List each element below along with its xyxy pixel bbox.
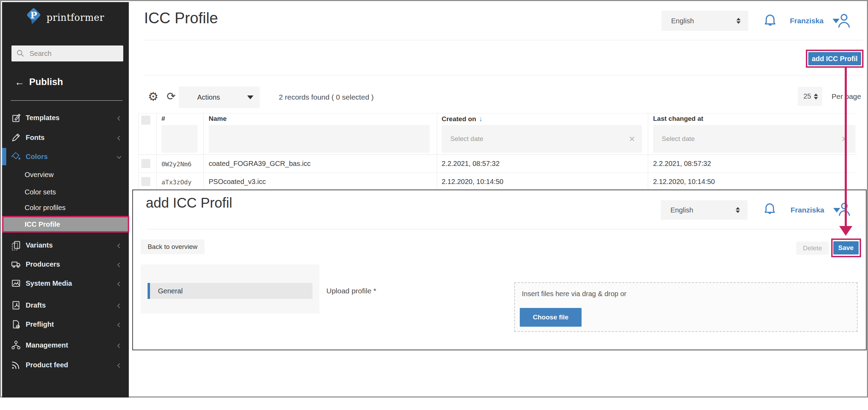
search-input[interactable] [29,49,117,58]
color-sets-label: Color sets [25,188,56,196]
column-header-changed[interactable]: Last changed at [653,115,703,123]
actions-dropdown[interactable]: Actions [179,86,260,108]
upload-profile-label: Upload profile * [326,286,376,296]
variants-icon [11,240,21,250]
row-checkbox[interactable] [141,159,150,168]
product-feed-label: Product feed [26,361,68,369]
per-page-select[interactable]: 25 [798,87,822,106]
row-divider [138,173,857,173]
name-filter-input[interactable] [209,125,430,153]
sidebar-item-color-profiles[interactable]: Color profiles [25,202,66,214]
tab-general[interactable]: General [148,283,312,299]
chevron-left-icon [116,342,122,350]
add-icc-profil-dialog: add ICC Profil English Franziska Back to… [132,190,867,350]
sidebar-item-color-sets[interactable]: Color sets [25,186,56,198]
cell-changed: 2.12.2020, 10:14:50 [653,178,715,186]
fonts-icon [11,132,21,143]
user-menu[interactable]: Franziska [791,204,840,216]
producers-label: Producers [26,260,60,268]
table-border [138,113,139,190]
column-divider [156,113,157,190]
refresh-icon[interactable]: ⟳ [167,91,176,102]
notifications-bell-icon[interactable] [762,201,777,218]
file-dropzone[interactable]: Insert files here via drag & drop or Cho… [514,282,858,332]
header-divider [144,40,862,40]
language-value: English [670,206,693,214]
printformer-logo-icon: P [24,7,42,28]
choose-file-button[interactable]: Choose file [520,308,582,327]
publish-label: Publish [29,77,63,87]
cell-name: PSOcoated_v3.icc [209,178,266,186]
cell-changed: 2.2.2021, 08:57:32 [653,160,711,168]
user-name: Franziska [790,17,824,25]
dialog-divider [146,229,855,229]
sidebar-item-preflight[interactable]: Preflight [2,317,129,332]
drafts-label: Drafts [26,301,46,309]
user-avatar-icon[interactable] [836,200,852,218]
chevron-left-icon [116,115,122,123]
preflight-label: Preflight [26,320,54,328]
sort-desc-icon[interactable]: ↓ [479,115,482,123]
column-header-id[interactable]: # [161,115,165,123]
svg-text:P: P [30,10,37,20]
sidebar-item-variants[interactable]: Variants [2,237,129,253]
changed-date-filter[interactable] [653,125,856,153]
cell-created: 2.12.2020, 10:14:50 [442,178,503,186]
brand-logo[interactable]: P printformer [24,7,104,28]
sidebar-search [11,45,123,61]
sidebar-item-system-media[interactable]: System Media [2,276,129,291]
icc-profile-label: ICC Profile [25,220,60,228]
chevron-left-icon [116,362,122,370]
sidebar-item-drafts[interactable]: Drafts [2,298,129,313]
cell-created: 2.2.2021, 08:57:32 [442,160,500,168]
row-checkbox[interactable] [141,177,150,186]
delete-button[interactable]: Delete [796,242,829,255]
brand-name: printformer [47,12,104,23]
sidebar-item-overview[interactable]: Overview [25,169,53,181]
chevron-left-icon [116,261,122,269]
column-header-name[interactable]: Name [209,115,227,123]
chevron-left-icon [116,242,122,250]
sidebar-item-icc-profile[interactable]: ICC Profile [2,216,129,233]
annotation-arrow-head [839,226,852,236]
created-date-filter[interactable] [442,125,642,153]
cell-name: coated_FOGRA39_GCR_bas.icc [209,160,310,168]
back-to-publish[interactable]: ← Publish [15,77,63,87]
select-all-checkbox[interactable] [141,116,150,125]
user-avatar-icon[interactable] [836,11,852,30]
sidebar-item-fonts[interactable]: Fonts [2,130,129,145]
dropzone-text: Insert files here via drag & drop or [522,290,626,298]
dialog-title: add ICC Profil [146,195,232,211]
fonts-label: Fonts [26,134,44,142]
colors-label: Colors [26,153,48,161]
sidebar-item-templates[interactable]: Templates [2,110,129,125]
org-chart-icon [11,340,21,350]
colors-icon [11,151,21,162]
settings-gear-icon[interactable]: ⚙ [148,91,158,102]
chevron-down-icon [116,154,122,162]
notifications-bell-icon[interactable] [762,12,778,30]
save-button[interactable]: Save [833,241,859,254]
sidebar-item-management[interactable]: Management [2,337,129,353]
clear-filter-icon[interactable]: ✕ [629,135,635,144]
actions-label: Actions [197,93,220,101]
language-select[interactable]: English [661,11,748,31]
file-check-icon [11,319,21,329]
screen: P printformer ← Publish [0,0,868,410]
records-count-text: 2 records found ( 0 selected ) [279,86,374,108]
chevron-left-icon [116,281,122,288]
user-menu[interactable]: Franziska [790,15,840,27]
column-header-created[interactable]: Created on ↓ [442,115,482,123]
id-filter-input[interactable] [161,125,198,153]
templates-icon [11,112,21,123]
sidebar-item-producers[interactable]: Producers [2,257,129,272]
add-icc-profil-button[interactable]: add ICC Profil [808,52,861,65]
language-select[interactable]: English [661,200,748,220]
sidebar-item-colors[interactable]: Colors [2,149,129,164]
cell-id: aTx3zOdy [161,178,192,186]
sidebar-item-product-feed[interactable]: Product feed [2,357,129,373]
variants-label: Variants [26,241,53,249]
image-icon [11,278,21,288]
select-arrows-icon [736,207,740,213]
back-to-overview-button[interactable]: Back to overview [141,240,205,254]
